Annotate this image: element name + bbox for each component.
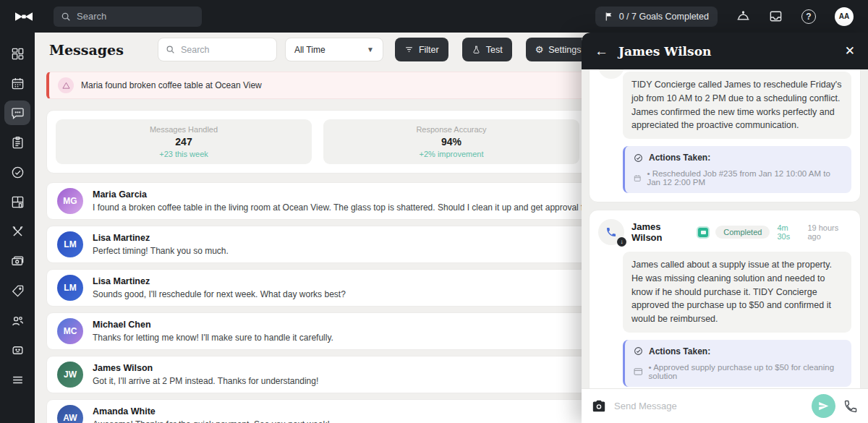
settings-button[interactable]: ⚙ Settings — [526, 38, 591, 61]
sidebar-item-team[interactable] — [4, 308, 30, 333]
avatar: MC — [57, 318, 83, 344]
flag-icon — [604, 12, 613, 22]
test-button-label: Test — [486, 45, 503, 55]
actions-taken-label: Actions Taken: — [649, 153, 710, 163]
stat-delta: +23 this week — [159, 150, 208, 158]
global-search-input[interactable]: Search — [54, 7, 202, 27]
messages-icon — [11, 106, 25, 120]
sidebar-item-payments[interactable] — [4, 249, 30, 273]
chevron-down-icon: ▼ — [367, 46, 374, 54]
sidebar-item-approvals[interactable] — [4, 160, 30, 184]
avatar: LM — [57, 231, 83, 257]
stat-value: 247 — [175, 136, 192, 148]
bow-logo-icon[interactable] — [14, 9, 33, 24]
call-button[interactable] — [843, 399, 858, 414]
stat-delta: +2% improvement — [420, 150, 484, 158]
conversation-thread: TIDY Concierge called James to reschedul… — [582, 69, 868, 388]
send-button[interactable] — [812, 394, 835, 418]
stat-label: Response Accuracy — [416, 125, 486, 134]
avatar: AW — [57, 405, 83, 423]
action-item: • Rescheduled Job #235 from Jan 12 10:00… — [647, 169, 843, 187]
dashboard-icon — [11, 47, 25, 61]
avatar: JW — [57, 362, 83, 388]
calendar-icon — [11, 77, 25, 90]
search-icon — [166, 45, 175, 54]
sender-name: Michael Chen — [93, 320, 333, 330]
device-icon — [11, 343, 25, 357]
message-preview: Thanks for letting me know! I'll make su… — [93, 333, 333, 343]
menu-icon — [11, 373, 25, 387]
settings-button-label: Settings — [548, 45, 581, 55]
call-duration: 4m 30s — [777, 223, 801, 241]
time-filter-select[interactable]: All Time ▼ — [285, 38, 383, 61]
avatar: MG — [57, 188, 83, 214]
status-badge: Completed — [715, 226, 770, 239]
search-icon — [61, 12, 71, 22]
user-avatar[interactable]: AA — [835, 7, 854, 26]
test-button[interactable]: Test — [462, 38, 512, 61]
top-bar: Search 0 / 7 Goals Completed ? AA — [0, 0, 868, 33]
notifications-bell-icon[interactable] — [736, 9, 750, 23]
global-search-placeholder: Search — [77, 11, 106, 22]
messages-search-input[interactable]: Search — [158, 38, 277, 61]
stat-response-accuracy: Response Accuracy 94% +2% improvement — [323, 119, 579, 164]
goals-progress-label: 0 / 7 Goals Completed — [619, 12, 709, 22]
sidebar-item-maintenance[interactable] — [4, 219, 30, 244]
inbox-tray-icon[interactable] — [769, 9, 783, 23]
sidebar-item-messages[interactable] — [4, 101, 30, 125]
paper-plane-icon — [818, 401, 829, 411]
sidebar-item-dashboard[interactable] — [4, 41, 30, 66]
team-icon — [11, 314, 25, 328]
actions-taken-label: Actions Taken: — [649, 346, 710, 356]
check-circle-icon — [634, 153, 643, 163]
tools-icon — [11, 225, 25, 239]
page-title: Messages — [49, 42, 124, 58]
conversation-header: ← James Wilson ✕ — [582, 33, 868, 69]
call-card-james-wilson[interactable]: ↓ James Wilson Completed 4m 30s 19 hours… — [589, 210, 861, 388]
sender-name: Lisa Martinez — [93, 276, 346, 286]
call-avatar — [598, 69, 624, 79]
goals-progress-chip[interactable]: 0 / 7 Goals Completed — [595, 7, 718, 27]
payments-icon — [11, 255, 25, 268]
caller-name: James Wilson — [631, 221, 691, 243]
alert-text: Maria found broken coffee table at Ocean… — [81, 80, 262, 90]
call-summary-text: TIDY Concierge called James to reschedul… — [623, 72, 851, 139]
message-preview: Got it, I'll arrive at 2 PM instead. Tha… — [93, 376, 318, 386]
clipboard-icon — [11, 136, 25, 150]
warning-icon — [58, 77, 74, 93]
help-icon[interactable]: ? — [801, 9, 816, 24]
close-icon[interactable]: ✕ — [845, 43, 855, 59]
stat-value: 94% — [441, 136, 461, 148]
tag-icon — [11, 284, 25, 298]
actions-taken-box: Actions Taken: • Approved supply purchas… — [623, 340, 851, 387]
call-summary-card[interactable]: TIDY Concierge called James to reschedul… — [589, 69, 861, 202]
left-sidebar — [0, 33, 35, 423]
conversation-panel: ← James Wilson ✕ TIDY Concierge called J… — [582, 33, 868, 423]
conversation-title: James Wilson — [618, 44, 711, 59]
camera-icon[interactable] — [592, 400, 606, 413]
filter-icon — [404, 45, 414, 54]
messages-search-placeholder: Search — [181, 45, 210, 55]
sidebar-item-menu[interactable] — [4, 367, 30, 392]
timestamp: 19 hours ago — [807, 223, 851, 241]
sidebar-item-properties[interactable] — [4, 189, 30, 214]
stat-messages-handled: Messages Handled 247 +23 this week — [56, 119, 312, 164]
actions-taken-box: Actions Taken: • Rescheduled Job #235 fr… — [623, 146, 851, 193]
back-arrow-icon[interactable]: ← — [595, 43, 608, 59]
sidebar-item-devices[interactable] — [4, 338, 30, 362]
inbound-arrow-icon: ↓ — [617, 237, 626, 247]
message-preview: Perfect timing! Thank you so much. — [93, 246, 229, 256]
gear-icon: ⚙ — [535, 44, 544, 55]
sidebar-item-tasks[interactable] — [4, 130, 30, 155]
filter-button[interactable]: Filter — [395, 38, 448, 61]
sidebar-item-calendar[interactable] — [4, 71, 30, 95]
phone-call-avatar: ↓ — [598, 219, 624, 245]
message-preview: Awesome! Thanks for the quick payment. S… — [93, 419, 330, 423]
avatar: LM — [57, 275, 83, 301]
sidebar-item-pricing[interactable] — [4, 278, 30, 303]
message-preview: Sounds good, I'll reschedule for next we… — [93, 289, 346, 299]
sender-name: Lisa Martinez — [93, 233, 229, 243]
send-message-input[interactable] — [614, 401, 804, 411]
phone-icon — [605, 226, 617, 238]
action-item: • Approved supply purchase up to $50 for… — [649, 363, 843, 380]
